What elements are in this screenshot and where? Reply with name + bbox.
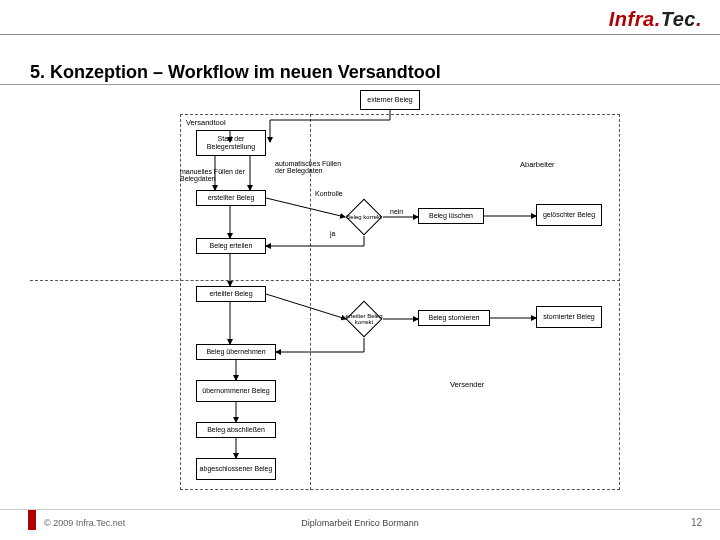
svg-line-6 xyxy=(266,198,345,217)
footer: © 2009 Infra.Tec.net Diplomarbeit Enrico… xyxy=(0,510,720,530)
brand-part1: Infra xyxy=(609,8,655,30)
page-title: 5. Konzeption – Workflow im neuen Versan… xyxy=(30,62,441,83)
top-divider xyxy=(0,34,720,35)
workflow-diagram: Versandtool Abarbeiter Versender externe… xyxy=(150,90,640,490)
footer-page: 12 xyxy=(691,517,702,528)
slide: Infra.Tec. 5. Konzeption – Workflow im n… xyxy=(0,0,720,540)
svg-line-13 xyxy=(266,294,346,319)
brand-logo: Infra.Tec. xyxy=(609,8,702,31)
arrows xyxy=(150,90,640,490)
footer-center: Diplomarbeit Enrico Bormann xyxy=(0,518,720,528)
brand-part2: Tec xyxy=(661,8,696,30)
title-underline xyxy=(0,84,720,85)
